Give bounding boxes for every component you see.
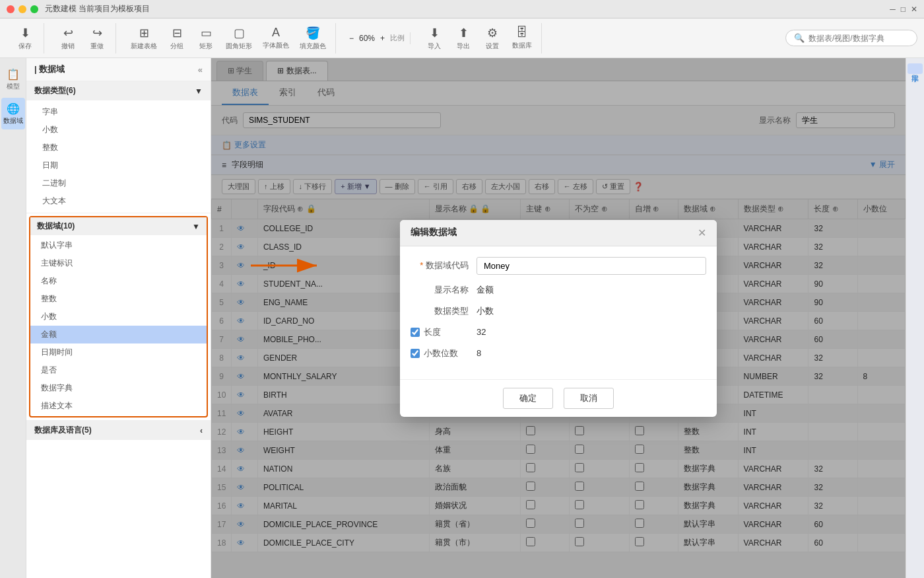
sidebar-item-decimal[interactable]: 小数	[26, 121, 211, 139]
modal-code-row: 数据域代码	[411, 257, 706, 275]
fill-color-icon: 🪣	[306, 26, 320, 40]
minimize-button[interactable]	[18, 5, 26, 13]
length-checkbox[interactable]	[411, 328, 420, 337]
redo-button[interactable]: ↪ 重做	[84, 23, 110, 54]
font-color-button[interactable]: A 字体颜色	[259, 23, 293, 53]
sidebar-header: | 数据域 «	[26, 58, 211, 81]
window-minimize-icon[interactable]: ─	[890, 5, 896, 14]
sidebar-domain-dict[interactable]: 数据字典	[30, 379, 207, 397]
export-button[interactable]: ⬆ 导出	[450, 23, 477, 54]
sidebar-domain-boolean[interactable]: 是否	[30, 361, 207, 379]
modal-length-value: 32	[477, 327, 706, 337]
toolbar-shape-group: ⊞ 新建表格 ⊟ 分组 ▭ 矩形 ▢ 圆角矩形 A 字体颜色 🪣 填充颜色	[121, 23, 336, 54]
titlebar: 元数建模 当前项目为模板项目 ─ □ ✕	[0, 0, 924, 18]
settings-icon: ⚙	[487, 26, 498, 40]
rounded-rect-button[interactable]: ▢ 圆角矩形	[222, 23, 256, 54]
sidebar-item-integer[interactable]: 整数	[26, 139, 211, 157]
close-button[interactable]	[7, 5, 15, 13]
sidebar-data-type-header[interactable]: 数据类型(6) ▼	[26, 81, 211, 100]
settings-button[interactable]: ⚙ 设置	[479, 23, 506, 54]
sidebar-item-string[interactable]: 字串	[26, 103, 211, 121]
modal-display-value: 金额	[477, 284, 706, 296]
save-icon: ⬇	[20, 26, 30, 40]
zoom-out-button[interactable]: −	[346, 32, 356, 44]
modal-type-row: 数据类型 小数	[411, 305, 706, 317]
sidebar-item-date[interactable]: 日期	[26, 157, 211, 174]
maximize-button[interactable]	[30, 5, 38, 13]
window-controls[interactable]	[7, 5, 38, 13]
sidebar-domain-decimal[interactable]: 小数	[30, 308, 207, 326]
window-restore-icon[interactable]: □	[901, 5, 906, 14]
sidebar-db-lang-section[interactable]: 数据库及语言(5) ‹	[26, 420, 211, 440]
main-area: 📋 模型 🌐 数据域 | 数据域 « 数据类型(6) ▼ 字串 小数 整数 日期…	[0, 58, 924, 578]
import-button[interactable]: ⬇ 导入	[421, 23, 447, 54]
toolbar-undo-group: ↩ 撤销 ↪ 重做	[50, 23, 116, 54]
modal-code-label: 数据域代码	[411, 260, 477, 271]
icon-bar-model[interactable]: 📋 模型	[1, 63, 25, 95]
settings-label: 设置	[486, 42, 499, 51]
modal-title: 编辑数据域	[411, 227, 457, 238]
icon-bar: 📋 模型 🌐 数据域	[0, 58, 26, 578]
fill-color-button[interactable]: 🪣 填充颜色	[296, 23, 330, 54]
sidebar-collapse-icon[interactable]: «	[198, 65, 203, 75]
search-box[interactable]: 🔍	[785, 30, 917, 46]
sidebar-data-domain-header[interactable]: 数据域(10) ▼	[30, 217, 207, 235]
undo-icon: ↩	[63, 26, 73, 40]
modal-close-button[interactable]: ✕	[698, 227, 706, 239]
export-label: 导出	[457, 42, 470, 51]
split-button[interactable]: ⊟ 分组	[164, 23, 190, 54]
save-button[interactable]: ⬇ 保存	[12, 23, 38, 54]
split-label: 分组	[170, 42, 183, 51]
sidebar-domain-description[interactable]: 描述文本	[30, 397, 207, 415]
database-button[interactable]: 🗄 数据库	[508, 23, 536, 53]
sidebar-domain-integer[interactable]: 整数	[30, 290, 207, 308]
right-panel: 字段库	[906, 58, 924, 578]
main-toolbar: ⬇ 保存 ↩ 撤销 ↪ 重做 ⊞ 新建表格 ⊟ 分组 ▭ 矩形 ▢ 圆角矩形	[0, 18, 924, 58]
modal-overlay[interactable]: 编辑数据域 ✕ 数据域代码 显示名称 金额 数据类型 小数	[211, 58, 906, 578]
scale-value: 60%	[359, 34, 375, 43]
save-label: 保存	[18, 42, 32, 51]
sidebar-domain-default-string[interactable]: 默认字串	[30, 236, 207, 254]
sidebar-domain-datetime[interactable]: 日期时间	[30, 343, 207, 361]
length-label-text: 长度	[424, 326, 441, 338]
new-table-label: 新建表格	[131, 42, 157, 51]
modal-decimal-value: 8	[477, 348, 706, 358]
rect-label: 矩形	[199, 42, 213, 51]
db-lang-label: 数据库及语言(5)	[34, 425, 92, 436]
sidebar-item-binary[interactable]: 二进制	[26, 174, 211, 192]
rect-button[interactable]: ▭ 矩形	[193, 23, 219, 54]
length-checkbox-label: 长度	[411, 326, 469, 338]
confirm-button[interactable]: 确定	[503, 388, 553, 409]
new-table-icon: ⊞	[139, 26, 149, 40]
export-icon: ⬆	[459, 26, 469, 40]
modal-decimal-row: 小数位数 8	[411, 347, 706, 359]
toolbar-save-group: ⬇ 保存	[7, 23, 44, 54]
window-close-icon[interactable]: ✕	[911, 5, 917, 14]
decimal-checkbox-label: 小数位数	[411, 347, 469, 359]
data-domain-label: 数据域	[3, 116, 23, 126]
cancel-button[interactable]: 取消	[564, 388, 614, 409]
scale-group: − 60% + 比例	[341, 32, 411, 44]
modal-length-row: 长度 32	[411, 326, 706, 338]
icon-bar-data-domain[interactable]: 🌐 数据域	[1, 98, 25, 129]
data-domain-icon: 🌐	[7, 102, 20, 115]
zoom-in-button[interactable]: +	[378, 32, 387, 44]
sidebar-domain-money[interactable]: 金额	[30, 326, 207, 343]
sidebar-domain-items: 默认字串 主键标识 名称 整数 小数 金额 日期时间 是否 数据字典 描述文本	[30, 235, 207, 416]
split-icon: ⊟	[172, 26, 182, 40]
right-panel-field-library[interactable]: 字段库	[908, 63, 923, 74]
app-title: 元数建模 当前项目为模板项目	[45, 3, 150, 15]
modal-code-input[interactable]	[477, 257, 706, 275]
search-input[interactable]	[808, 34, 909, 43]
undo-button[interactable]: ↩ 撤销	[55, 23, 81, 54]
sidebar-item-text[interactable]: 大文本	[26, 192, 211, 210]
model-icon: 📋	[7, 68, 20, 81]
sidebar: | 数据域 « 数据类型(6) ▼ 字串 小数 整数 日期 二进制 大文本 数据…	[26, 58, 211, 578]
new-table-button[interactable]: ⊞ 新建表格	[127, 23, 161, 54]
sidebar-domain-pk[interactable]: 主键标识	[30, 254, 207, 272]
data-type-expand-icon: ▼	[195, 87, 203, 96]
modal-body: 数据域代码 显示名称 金额 数据类型 小数	[400, 246, 717, 379]
sidebar-domain-name[interactable]: 名称	[30, 272, 207, 290]
scale-label: 比例	[390, 33, 405, 43]
decimal-checkbox[interactable]	[411, 349, 420, 358]
